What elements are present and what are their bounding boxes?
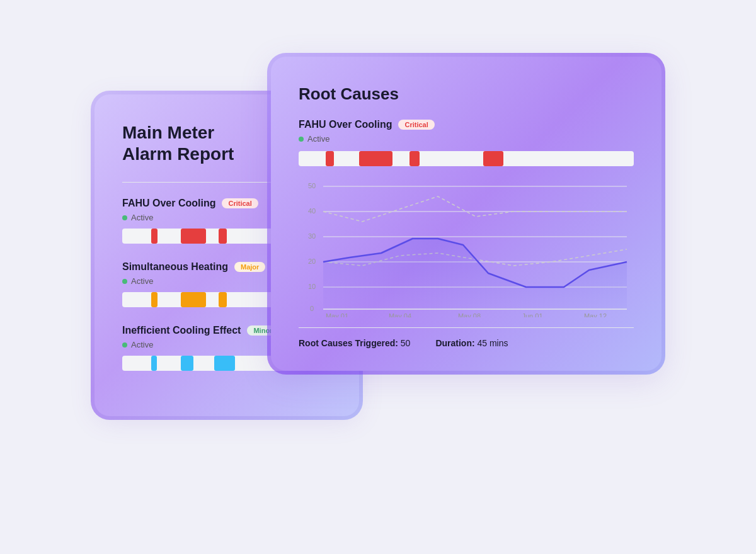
root-causes-triggered-value: 50 <box>401 338 411 348</box>
bar <box>181 356 193 371</box>
duration-value: 45 mins <box>478 338 508 348</box>
svg-text:50: 50 <box>308 182 316 189</box>
root-causes-card: Root Causes FAHU Over Cooling Critical A… <box>271 57 662 371</box>
active-dot-fahu <box>122 215 127 220</box>
bar <box>151 229 158 244</box>
rc-bar <box>359 151 392 166</box>
svg-text:May 04: May 04 <box>389 312 411 317</box>
bar <box>151 356 156 371</box>
scene: Main Meter Alarm Report FAHU Over Coolin… <box>94 57 662 497</box>
active-dot-cooling <box>122 342 127 348</box>
bar <box>181 229 206 244</box>
rc-bar <box>483 151 503 166</box>
svg-text:May 01: May 01 <box>326 312 348 317</box>
chart-area: 50 40 30 20 10 0 <box>299 179 634 317</box>
active-dot-heating <box>122 279 127 284</box>
svg-text:10: 10 <box>308 283 316 290</box>
svg-text:0: 0 <box>310 305 314 312</box>
line-chart: 50 40 30 20 10 0 <box>299 179 634 317</box>
rc-badge-critical: Critical <box>398 120 434 130</box>
badge-critical-fahu: Critical <box>222 198 258 208</box>
duration-stat: Duration: 45 mins <box>435 338 508 348</box>
bar <box>181 292 206 307</box>
rc-alarm-header: FAHU Over Cooling Critical <box>299 119 634 130</box>
alarm-name-fahu: FAHU Over Cooling <box>122 198 215 209</box>
bar <box>151 292 158 307</box>
rc-bar <box>410 151 420 166</box>
root-causes-title: Root Causes <box>299 84 634 104</box>
root-causes-triggered-stat: Root Causes Triggered: 50 <box>299 338 410 348</box>
svg-text:May 08: May 08 <box>458 312 481 317</box>
bar <box>219 292 227 307</box>
root-causes-triggered-label: Root Causes Triggered: <box>299 338 398 348</box>
rc-status: Active <box>299 134 634 144</box>
badge-major-heating: Major <box>234 262 265 272</box>
svg-text:40: 40 <box>308 207 316 215</box>
rc-bar <box>326 151 334 166</box>
rc-active-dot <box>299 137 304 142</box>
rc-timeline <box>299 151 634 166</box>
bar <box>219 229 227 244</box>
svg-text:Jun 01: Jun 01 <box>522 312 542 317</box>
bar <box>214 356 235 371</box>
rc-alarm-name: FAHU Over Cooling <box>299 119 392 130</box>
chart-footer: Root Causes Triggered: 50 Duration: 45 m… <box>299 327 634 348</box>
duration-label: Duration: <box>435 338 474 348</box>
svg-text:30: 30 <box>308 232 316 240</box>
alarm-name-heating: Simultaneous Heating <box>122 261 228 273</box>
svg-text:May 12: May 12 <box>584 312 607 317</box>
svg-text:20: 20 <box>308 257 316 265</box>
svg-marker-12 <box>323 239 627 309</box>
alarm-name-cooling: Inefficient Cooling Effect <box>122 325 241 336</box>
